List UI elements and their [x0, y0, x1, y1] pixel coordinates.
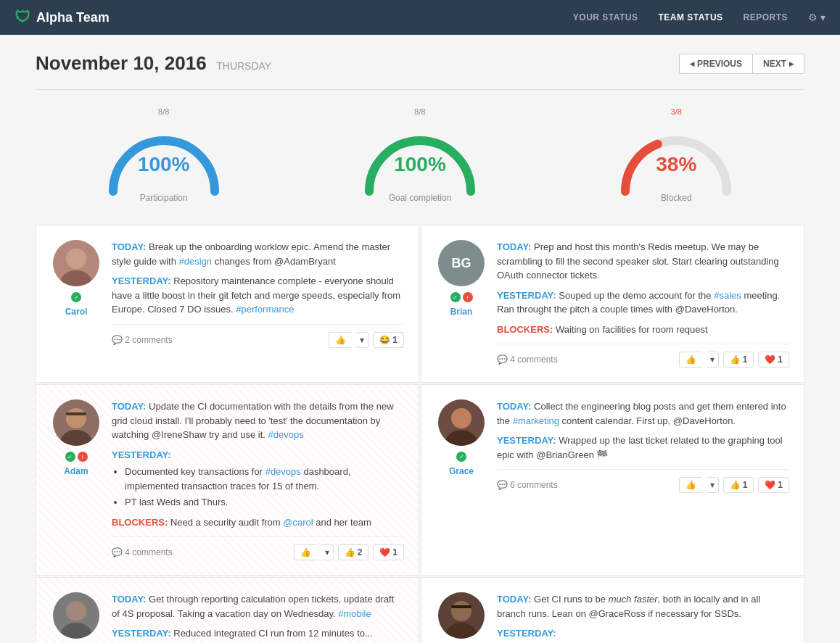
grace-marketing-link[interactable]: #marketing	[513, 415, 559, 426]
grace-photo	[438, 399, 485, 446]
felix-mobile-link[interactable]: #mobile	[338, 608, 371, 619]
grace-yesterday: YESTERDAY: Wrapped up the last ticket re…	[497, 433, 789, 462]
previous-button[interactable]: ◂ PREVIOUS	[679, 54, 752, 74]
dave-photo	[438, 592, 485, 639]
adam-devops2-link[interactable]: #devops	[265, 466, 301, 477]
adam-actions: 💬 4 comments 👍 ▾ 👍 2 ❤️ 1	[112, 536, 404, 560]
nav-team-status[interactable]: TEAM STATUS	[659, 12, 723, 22]
settings-button[interactable]: ⚙ ▾	[808, 12, 825, 23]
dave-yesterday-label: YESTERDAY:	[497, 628, 556, 639]
grace-thumbs-btn[interactable]: 👍	[679, 477, 702, 493]
adam-bullet-1: Documented key transactions for #devops …	[125, 465, 404, 493]
dave-yesterday: YESTERDAY: Got through 22 of the 34 outs…	[497, 626, 789, 643]
participation-pct: 100%	[138, 153, 190, 176]
svg-point-3	[66, 408, 86, 428]
brian-thumbs-count[interactable]: 👍 1	[723, 352, 754, 368]
adam-thumbs-count[interactable]: 👍 2	[338, 544, 369, 560]
brian-thumbs-btn[interactable]: 👍	[679, 352, 702, 368]
dave-content: TODAY: Get CI runs to be much faster, bo…	[497, 592, 789, 643]
adam-thumbs-dropdown[interactable]: ▾	[321, 544, 334, 560]
svg-point-1	[60, 270, 92, 286]
adam-photo	[53, 399, 99, 446]
svg-point-8	[66, 601, 86, 621]
nav-links: YOUR STATUS TEAM STATUS REPORTS ⚙ ▾	[573, 12, 825, 23]
carol-today-label: TODAY:	[112, 241, 146, 252]
brian-sales-link[interactable]: #sales	[714, 290, 741, 301]
brian-comments[interactable]: 💬 4 comments	[497, 354, 558, 365]
grace-status-icons: ✓	[456, 452, 466, 462]
adam-today-label: TODAY:	[112, 401, 146, 412]
card-dave: ✓ Dave TODAY: Get CI runs to be much fas…	[421, 577, 804, 643]
svg-point-7	[445, 430, 477, 446]
blocked-pct: 38%	[656, 153, 696, 176]
felix-yesterday: YESTERDAY: Reduced integrated CI run fro…	[112, 626, 404, 641]
brian-today: TODAY: Prep and host this month's Redis …	[497, 240, 789, 283]
carol-status-green: ✓	[71, 292, 81, 302]
date-title: November 10, 2016	[36, 52, 207, 74]
participation-count: 8/8	[36, 107, 292, 116]
carol-thumbs-btn[interactable]: 👍	[329, 332, 352, 348]
adam-yesterday-label: YESTERDAY:	[112, 449, 171, 460]
dave-avatar-wrap: ✓ Dave	[436, 592, 487, 643]
brian-avatar: BG	[438, 240, 485, 286]
nav-your-status[interactable]: YOUR STATUS	[573, 12, 638, 22]
carol-thumbs-dropdown[interactable]: ▾	[356, 332, 368, 348]
brian-blockers-label: BLOCKERS:	[497, 324, 553, 335]
adam-status-green: ✓	[65, 452, 75, 462]
brian-thumbs-dropdown[interactable]: ▾	[707, 352, 719, 368]
adam-devops-link[interactable]: #devops	[268, 429, 304, 440]
goal-completion-pct: 100%	[394, 153, 446, 176]
brian-yesterday-label: YESTERDAY:	[497, 290, 556, 301]
card-carol: ✓ Carol TODAY: Break up the onboarding w…	[36, 225, 419, 383]
grace-thumbs-count[interactable]: 👍 1	[723, 477, 754, 493]
card-adam: ✓ ! Adam TODAY: Update the CI documentat…	[36, 384, 419, 576]
cards-grid: ✓ Carol TODAY: Break up the onboarding w…	[36, 225, 804, 643]
next-button[interactable]: NEXT ▸	[752, 54, 804, 74]
adam-blockers-label: BLOCKERS:	[112, 517, 168, 528]
grace-actions: 💬 6 comments 👍 ▾ 👍 1 ❤️ 1	[497, 469, 789, 493]
nav-reports[interactable]: REPORTS	[744, 12, 788, 22]
brian-yesterday: YESTERDAY: Souped up the demo account fo…	[497, 289, 789, 317]
dave-today-label: TODAY:	[497, 594, 531, 605]
carol-yesterday-label: YESTERDAY:	[112, 275, 171, 286]
adam-heart-btn[interactable]: ❤️ 1	[373, 544, 404, 560]
grace-thumbs-dropdown[interactable]: ▾	[707, 477, 719, 493]
goal-completion-gauge: 8/8 100% Goal completion	[292, 107, 548, 203]
carol-actions: 💬 2 comments 👍 ▾ 😂 1	[112, 324, 404, 348]
carol-yesterday: YESTERDAY: Repository maintenance comple…	[112, 274, 404, 317]
brian-heart-btn[interactable]: ❤️ 1	[758, 352, 789, 368]
adam-thumbs-btn[interactable]: 👍	[294, 544, 317, 560]
carol-comments[interactable]: 💬 2 comments	[112, 335, 173, 345]
grace-heart-btn[interactable]: ❤️ 1	[758, 477, 789, 493]
felix-today-label: TODAY:	[112, 594, 146, 605]
adam-status-icons: ✓ !	[65, 452, 88, 462]
blocked-gauge: 3/8 38% Blocked	[548, 107, 804, 203]
brian-today-label: TODAY:	[497, 241, 531, 252]
card-grace: ✓ Grace TODAY: Collect the engineering b…	[421, 384, 804, 576]
main-content: November 10, 2016 THURSDAY ◂ PREVIOUS NE…	[21, 35, 819, 643]
dave-today: TODAY: Get CI runs to be much faster, bo…	[497, 592, 789, 621]
adam-today: TODAY: Update the CI documentation with …	[112, 399, 404, 442]
adam-comments[interactable]: 💬 4 comments	[112, 547, 173, 557]
carol-laugh-btn[interactable]: 😂 1	[373, 332, 404, 348]
header-divider	[36, 89, 804, 90]
carol-design-link[interactable]: #design	[179, 256, 213, 267]
date-header: November 10, 2016 THURSDAY ◂ PREVIOUS NE…	[36, 52, 804, 75]
carol-status-icons: ✓	[71, 292, 81, 302]
svg-point-9	[60, 623, 92, 639]
svg-point-11	[445, 623, 477, 639]
carol-avatar-wrap: ✓ Carol	[51, 240, 102, 348]
grace-avatar	[438, 399, 485, 446]
brian-status-green: ✓	[450, 292, 461, 302]
grace-comments[interactable]: 💬 6 comments	[497, 480, 558, 490]
adam-carol-link[interactable]: @carol	[283, 517, 313, 528]
participation-gauge: 8/8 100% Participation	[36, 107, 292, 203]
carol-today: TODAY: Break up the onboarding worklow e…	[112, 240, 404, 268]
svg-rect-12	[451, 605, 472, 608]
grace-avatar-wrap: ✓ Grace	[436, 399, 487, 493]
carol-performance-link[interactable]: #performance	[236, 304, 294, 315]
carol-content: TODAY: Break up the onboarding worklow e…	[112, 240, 404, 348]
dave-avatar	[438, 592, 485, 639]
felix-today: TODAY: Get through reporting calculation…	[112, 592, 404, 621]
svg-point-0	[66, 249, 86, 269]
